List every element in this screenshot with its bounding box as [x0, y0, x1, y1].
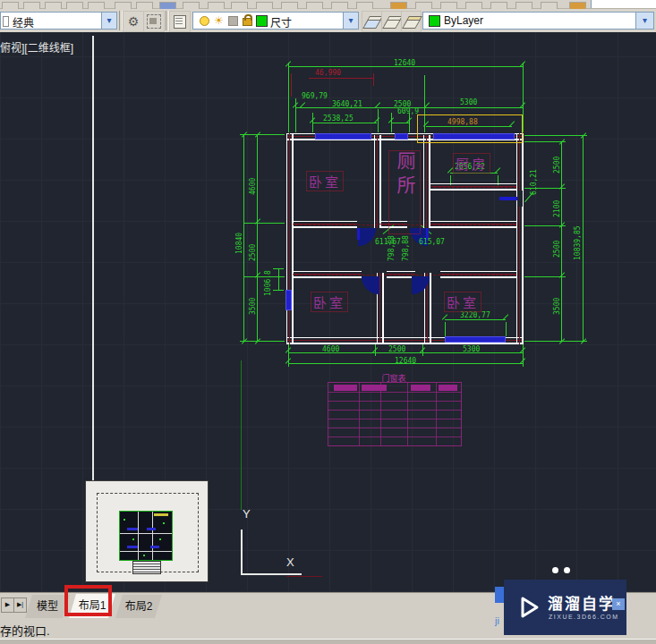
layer-thaw-sun-icon[interactable]: ☀	[214, 15, 224, 26]
dim-text: 2538,25	[323, 114, 354, 123]
dot-icon	[552, 567, 558, 573]
window	[285, 290, 292, 310]
ext-line	[506, 322, 507, 336]
dim-text: 2500	[388, 345, 405, 353]
named-view-icon[interactable]	[143, 11, 165, 32]
dim-line	[257, 134, 258, 342]
top-dropdown-cropped[interactable]	[591, 0, 656, 8]
window	[395, 133, 408, 140]
tab-layout2[interactable]: 布局2	[115, 595, 162, 618]
mini-window	[127, 528, 138, 530]
dim-text: 798,88	[388, 235, 396, 261]
layer-combo[interactable]: ☀ 尺寸	[192, 12, 344, 30]
ext-line	[422, 343, 423, 356]
ext-line	[288, 343, 289, 367]
wall	[440, 271, 516, 278]
layer-color-swatch	[256, 15, 268, 27]
toolbar-row-cropped	[0, 0, 656, 9]
layer-plot-icon[interactable]	[228, 16, 238, 26]
dim-text: 609,9	[397, 107, 419, 115]
ext-line	[240, 134, 285, 135]
ext-line	[391, 113, 392, 132]
close-icon[interactable]: ×	[612, 598, 625, 610]
room-label: 卧室	[311, 292, 348, 312]
color-value: ByLayer	[444, 14, 483, 27]
table-line	[359, 383, 360, 445]
mini-floorplan	[119, 511, 173, 561]
sheet-line	[175, 23, 183, 24]
layer-on-bulb-icon[interactable]	[200, 16, 209, 26]
table-header-cell	[334, 385, 357, 391]
door-opening	[517, 191, 523, 207]
color-dropdown-arrow[interactable]: ▾	[635, 12, 654, 30]
layer-name: 尺寸	[270, 14, 292, 30]
dim-text: 3500	[249, 298, 257, 315]
ext-line	[524, 341, 587, 342]
room-label: 卧室	[306, 171, 344, 191]
window	[315, 133, 371, 140]
annotation-red-box	[64, 585, 112, 616]
red-dim-line	[309, 78, 373, 79]
dim-text: 5300	[463, 345, 480, 353]
watermark: 溜溜自学 ZIXUE.3D66.COM	[504, 580, 626, 635]
room-label: 厕所	[388, 150, 421, 234]
play-icon	[513, 591, 545, 623]
dim-text: 4600	[322, 345, 339, 353]
sheet-line	[175, 21, 183, 21]
schedule-table	[328, 382, 462, 446]
room-label: 卧室	[444, 292, 481, 312]
dim-text: 2500	[553, 241, 561, 258]
layout-preview-window[interactable]	[85, 480, 209, 582]
table-line	[328, 392, 461, 393]
dim-text: 2500	[249, 244, 257, 261]
gear-icon[interactable]: ⚙	[123, 11, 144, 32]
table-header-cell	[362, 385, 387, 391]
dim-text: 3500	[553, 298, 561, 315]
layer-lock-icon[interactable]	[243, 18, 252, 26]
tab-model[interactable]: 模型	[25, 595, 70, 618]
dim-text: 3640,21	[332, 100, 362, 108]
wall	[286, 133, 294, 344]
dim-text: 2500	[553, 157, 561, 174]
dim-line	[243, 134, 244, 342]
ext-line	[409, 113, 410, 132]
ext-line	[295, 98, 296, 132]
tab-nav-prev-button[interactable]: ▶	[1, 597, 14, 613]
dim-text: 2100	[553, 200, 561, 217]
ext-line	[524, 225, 566, 226]
door-leaf	[357, 228, 360, 240]
ext-line	[288, 63, 289, 132]
wall	[430, 183, 516, 191]
window	[433, 133, 515, 140]
dim-text: 12640	[395, 357, 416, 365]
ext-line	[240, 341, 285, 342]
workspace-dropdown-arrow[interactable]: ▾	[101, 12, 117, 30]
dim-line	[391, 123, 409, 123]
tab-nav-next-button[interactable]: ▶|	[13, 597, 27, 613]
ext-line	[312, 113, 313, 132]
red-dim-ext	[291, 73, 292, 97]
workspace-value: 经典	[13, 14, 34, 30]
layer-properties-icon[interactable]	[169, 11, 191, 32]
viewport-boundary-line	[241, 360, 242, 510]
wall	[516, 133, 524, 344]
mini-dim	[163, 522, 165, 524]
dot-icon	[564, 567, 570, 573]
color-combo[interactable]: ByLayer	[422, 12, 636, 30]
workspace-combo[interactable]: 经典	[0, 12, 102, 30]
layer-dropdown-arrow[interactable]: ▾	[343, 12, 359, 30]
dim-text: 610,21	[530, 169, 538, 195]
viewport-label[interactable]: 俯视][二维线框]	[0, 39, 73, 55]
table-line	[407, 383, 408, 445]
status-text-fragment: ji	[495, 615, 499, 626]
window	[445, 336, 506, 343]
make-layer-current-icon[interactable]	[362, 11, 382, 32]
dim-text: 615,07	[419, 238, 445, 246]
layer-states-icon[interactable]	[401, 11, 422, 32]
dim-line	[561, 141, 562, 342]
layer-previous-icon[interactable]	[381, 11, 402, 32]
table-line	[380, 383, 381, 445]
view-shape	[149, 18, 157, 24]
ext-line	[278, 268, 279, 291]
dim-line	[445, 319, 506, 320]
